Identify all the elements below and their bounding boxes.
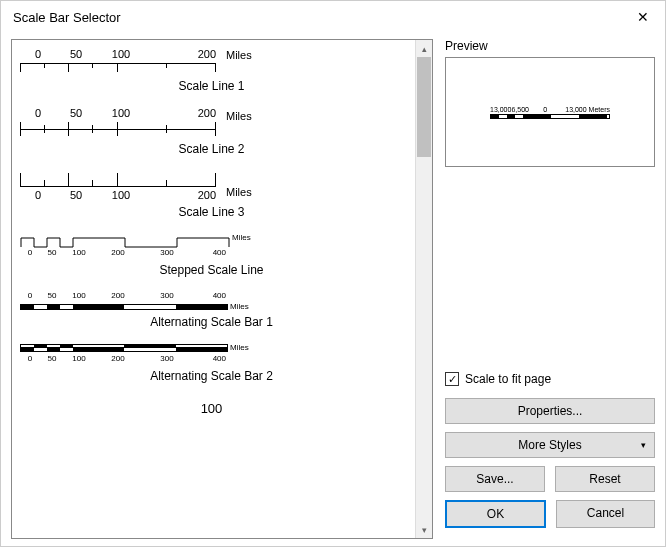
list-item[interactable]: 0 50 100 200 — [16, 48, 407, 107]
list-item[interactable]: 0 50 100 200 Miles Scale Line 3 — [16, 170, 407, 233]
checkmark-icon: ✓ — [445, 372, 459, 386]
scale-to-fit-checkbox[interactable]: ✓ Scale to fit page — [445, 372, 655, 386]
list-item[interactable]: 100 — [16, 397, 407, 430]
more-styles-dropdown[interactable]: More Styles — [445, 432, 655, 458]
ok-button[interactable]: OK — [445, 500, 546, 528]
list-item[interactable]: Miles 0 50 100 200 300 400 Stepped Scale… — [16, 233, 407, 291]
preview-scalebar-icon — [490, 114, 610, 119]
list-item[interactable]: Miles 0 50 100 200 300 400 Alternating S… — [16, 343, 407, 397]
properties-button[interactable]: Properties... — [445, 398, 655, 424]
scalebar-list: 0 50 100 200 — [11, 39, 433, 539]
scroll-up-icon[interactable]: ▴ — [416, 40, 432, 57]
scroll-down-icon[interactable]: ▾ — [416, 521, 432, 538]
save-button[interactable]: Save... — [445, 466, 545, 492]
close-icon[interactable]: ✕ — [633, 9, 653, 25]
cancel-button[interactable]: Cancel — [556, 500, 655, 528]
reset-button[interactable]: Reset — [555, 466, 655, 492]
list-viewport[interactable]: 0 50 100 200 — [12, 40, 415, 538]
preview-label: Preview — [445, 39, 655, 57]
scroll-thumb[interactable] — [417, 57, 431, 157]
preview-numbers: 13,0006,500 0 13,000 Meters — [490, 106, 610, 113]
list-item[interactable]: 0 50 100 200 300 400 — [16, 291, 407, 343]
preview-box: 13,0006,500 0 13,000 Meters — [445, 57, 655, 167]
stepped-line-icon — [20, 234, 230, 248]
scrollbar[interactable]: ▴ ▾ — [415, 40, 432, 538]
list-item[interactable]: 0 50 100 200 — [16, 107, 407, 170]
dialog-title: Scale Bar Selector — [13, 10, 121, 25]
